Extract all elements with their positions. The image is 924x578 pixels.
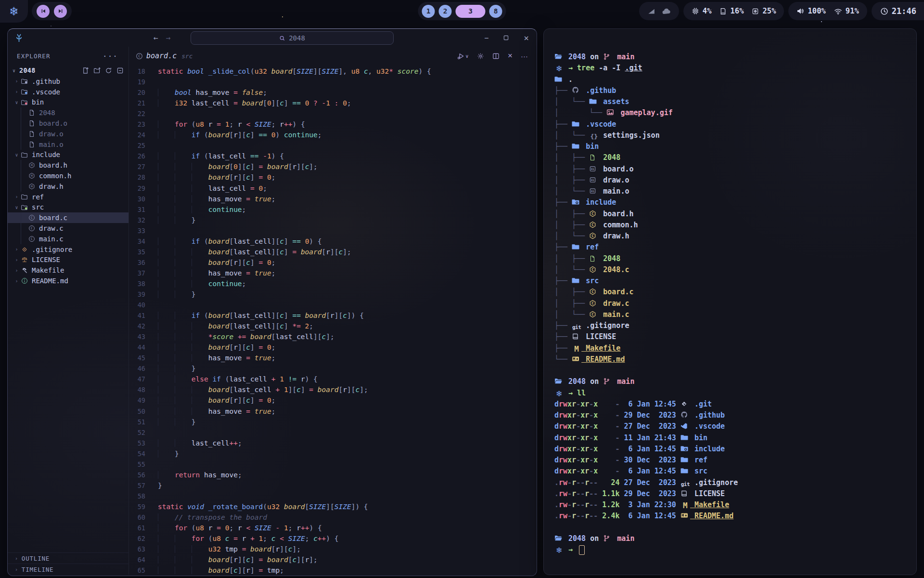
chevron-right-icon: › [15, 556, 18, 561]
gitDiamond-icon [20, 246, 29, 253]
star [51, 26, 51, 26]
collapse-folders-button[interactable] [116, 67, 124, 74]
book-icon [572, 333, 581, 340]
chevron-right-icon: › [15, 567, 18, 572]
permissions: drwxr-xr-x [554, 456, 598, 464]
explorer-header: EXPLORER ··· [8, 47, 129, 65]
permissions: drwxr-xr-x [554, 411, 598, 420]
editor-logo-icon [14, 33, 24, 42]
folderSolid-icon [572, 243, 581, 250]
explorer-item-bin[interactable]: ∨bin [8, 97, 128, 108]
explorer-item-.github[interactable]: ›.github [8, 76, 128, 87]
explorer-item-label: src [32, 203, 44, 211]
explorer-item-LICENSE[interactable]: ›LICENSE [8, 255, 128, 265]
outline-panel[interactable]: › OUTLINE [8, 552, 128, 564]
explorer-item-draw.h[interactable]: Hdraw.h [8, 181, 128, 192]
skip-previous-button[interactable] [37, 5, 50, 18]
maximize-button[interactable] [503, 35, 509, 40]
explorer-item-board.c[interactable]: Cboard.c [8, 212, 128, 223]
editor-titlebar[interactable]: ← → 2048 − × [8, 29, 537, 47]
terminal-line: │ └── C main.c [554, 309, 916, 320]
editor-more-button[interactable]: ··· [521, 52, 528, 60]
explorer-item-README.md[interactable]: ›README.md [8, 276, 128, 286]
explorer-item-src[interactable]: ∨src [8, 202, 128, 213]
line-number: 62 [129, 533, 145, 544]
terminal-line: │ ├── C board.h [554, 209, 916, 220]
terminal-window[interactable]: 2048 on main❄ → tree -a -I .git .├── .gi… [543, 28, 917, 575]
root-folder-name: 2048 [19, 66, 36, 74]
workspace-button-3[interactable]: 3 [456, 5, 486, 18]
audio-network[interactable]: 100% 91% [788, 2, 867, 20]
nixos-menu-button[interactable]: ❄ [0, 0, 28, 23]
code-line: 46 } [129, 363, 537, 374]
explorer-item-draw.c[interactable]: Cdraw.c [8, 223, 128, 234]
workspace-button-8[interactable]: 8 [489, 5, 502, 18]
weather-widget[interactable] [639, 2, 679, 20]
branch-icon [603, 378, 613, 385]
tab-board-c[interactable]: board.c [146, 52, 177, 60]
new-folder-button[interactable] [93, 67, 101, 74]
split-editor-button[interactable] [492, 53, 500, 60]
clock-widget[interactable]: 21:46 [872, 2, 924, 20]
gitBadge-icon [680, 400, 690, 407]
close-editor-button[interactable]: × [508, 51, 513, 61]
explorer-item-include[interactable]: ∨include [8, 150, 128, 160]
system-stats[interactable]: 4% 16% 25% [683, 2, 784, 20]
mMake-icon: M [572, 343, 581, 355]
line-number: 31 [129, 204, 145, 215]
nixos-logo-icon: ❄ [9, 5, 19, 18]
folderOutline-icon [20, 193, 29, 200]
svg-text:01: 01 [591, 190, 594, 193]
explorer-root-2048[interactable]: ∨ 2048 [8, 65, 128, 76]
line-number: 38 [129, 278, 145, 289]
binary-icon: 01 [589, 176, 599, 184]
line-number: 28 [129, 172, 145, 183]
explorer-item-board.h[interactable]: Hboard.h [8, 160, 128, 171]
code-line: 40 [129, 300, 537, 310]
workspace-button-1[interactable]: 1 [422, 5, 435, 18]
workspace-button-2[interactable]: 2 [439, 5, 452, 18]
cpu-stat: 4% [692, 7, 712, 15]
line-number: 40 [129, 300, 145, 310]
terminal-line: drwxr-xr-x - 27 Dec 2023 .vscode [554, 421, 916, 432]
close-button[interactable]: × [524, 33, 529, 43]
explorer-item-Makefile[interactable]: ›Makefile [8, 265, 128, 276]
chevron-right-icon: › [13, 79, 20, 84]
explorer-item-board.o[interactable]: board.o [8, 118, 128, 129]
line-number: 48 [129, 384, 145, 395]
explorer-item-label: main.o [39, 141, 64, 148]
new-file-button[interactable] [82, 67, 89, 74]
explorer-item-.gitignore[interactable]: ›.gitignore [8, 244, 128, 255]
code-editor[interactable]: 18static bool _slide_col(u32 board[SIZE]… [129, 65, 537, 575]
line-number: 20 [129, 87, 145, 98]
explorer-item-common.h[interactable]: Hcommon.h [8, 171, 128, 181]
minimize-button[interactable]: − [484, 34, 488, 42]
explorer-item-main.c[interactable]: Cmain.c [8, 234, 128, 244]
skip-next-button[interactable] [54, 5, 67, 18]
terminal-line: │ ├── C draw.c [554, 298, 916, 309]
nav-back-button[interactable]: ← [154, 33, 158, 42]
wifi-stat: 91% [834, 7, 859, 15]
terminal-line: drwxr-xr-x - 6 Jan 12:45 include [554, 444, 916, 455]
explorer-item-2048[interactable]: 2048 [8, 107, 128, 118]
mdBadge-icon [572, 355, 581, 363]
code-line: 26 if (last_cell == -1) { [129, 151, 537, 161]
explorer-more-button[interactable]: ··· [103, 52, 128, 61]
explorer-item-.vscode[interactable]: ›.vscode [8, 87, 128, 97]
timeline-panel[interactable]: › TIMELINE [8, 564, 128, 575]
settings-button[interactable] [477, 53, 484, 60]
line-number: 21 [129, 98, 145, 108]
braces-icon: {} [589, 131, 599, 142]
svg-text:C: C [591, 211, 594, 216]
chevron-right-icon: › [13, 257, 20, 263]
command-center-search[interactable]: 2048 [191, 31, 394, 45]
run-button[interactable]: ∨ [457, 53, 469, 60]
permissions: .rw-r--r-- [554, 489, 598, 498]
code-line: 45 has_move = true; [129, 353, 537, 363]
line-number: 35 [129, 247, 145, 257]
explorer-item-ref[interactable]: ›ref [8, 192, 128, 202]
refresh-button[interactable] [105, 67, 112, 74]
explorer-item-main.o[interactable]: main.o [8, 139, 128, 150]
nav-forward-button[interactable]: → [166, 33, 171, 42]
explorer-item-draw.o[interactable]: draw.o [8, 129, 128, 139]
